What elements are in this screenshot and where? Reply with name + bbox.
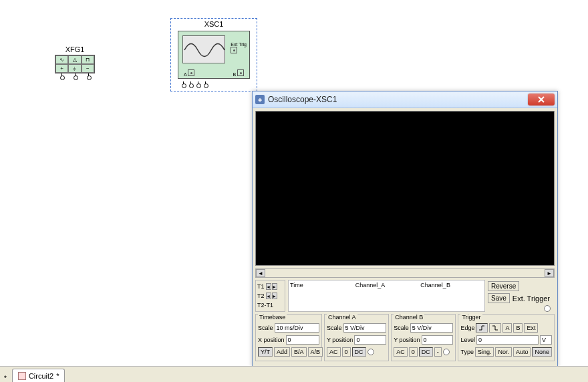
trig-type-label: Type (460, 349, 474, 355)
port-b-label: B (233, 72, 236, 77)
xfg-triangle-icon: △ (68, 55, 81, 64)
oscilloscope-window[interactable]: ◈ Oscilloscope-XSC1 ◄ ► T1 ◄ ► T2 ◄ ► (252, 91, 558, 367)
t1-right-button[interactable]: ► (272, 283, 277, 290)
port-b[interactable] (237, 69, 244, 76)
tb-add-button[interactable]: Add (274, 347, 290, 357)
cha-0-button[interactable]: 0 (342, 347, 351, 357)
trig-ext-button[interactable]: Ext (524, 323, 538, 333)
tb-scale-label: Scale (258, 325, 273, 331)
tb-ab-button[interactable]: A/B (308, 347, 323, 357)
component-xfg1[interactable]: XFG1 ∿ △ ⊓ + ⏚ − (55, 45, 95, 77)
chb-scale-field[interactable]: 5 V/Div (410, 323, 454, 333)
titlebar[interactable]: ◈ Oscilloscope-XSC1 (253, 91, 557, 108)
xsc-pin-a2[interactable] (190, 81, 191, 85)
xfg-sine-icon: ∿ (55, 55, 68, 64)
tb-ba-button[interactable]: B/A (291, 347, 307, 357)
trig-nor-button[interactable]: Nor. (495, 347, 512, 357)
chb-ac-button[interactable]: AC (394, 347, 408, 357)
timebase-title: Timebase (258, 314, 287, 321)
xfg1-body[interactable]: ∿ △ ⊓ + ⏚ − (55, 55, 95, 73)
trig-level-field[interactable]: 0 (476, 335, 539, 345)
xsc-pin-b2[interactable] (205, 81, 206, 85)
horizontal-scrollbar[interactable]: ◄ ► (255, 268, 555, 278)
trig-none-button[interactable]: None (532, 347, 552, 357)
col-channel-a: Channel_A (354, 280, 420, 311)
ext-trig-port[interactable] (231, 47, 237, 53)
circuit-tab-icon (18, 372, 26, 380)
tab-dirty-mark: * (56, 372, 59, 380)
cha-scale-field[interactable]: 5 V/Div (343, 323, 387, 333)
component-xsc1-selection[interactable]: XSC1 Ext Trig A B (170, 18, 257, 91)
tab-circuit2[interactable]: Circuit2 * (12, 369, 65, 382)
trig-level-unit[interactable]: V (540, 335, 552, 345)
tb-yt-button[interactable]: Y/T (258, 347, 273, 357)
t2-label: T2 (257, 293, 265, 299)
xfg-pin-3[interactable] (88, 73, 89, 77)
save-button[interactable]: Save (488, 293, 510, 303)
xfg1-label: XFG1 (55, 45, 95, 53)
t2-right-button[interactable]: ► (272, 293, 277, 299)
xsc1-label: XSC1 (171, 20, 257, 28)
t1-label: T1 (257, 283, 265, 290)
trig-level-label: Level (460, 337, 475, 343)
edge-falling-button[interactable] (489, 323, 501, 333)
scroll-right-button[interactable]: ► (545, 269, 554, 277)
trig-a-button[interactable]: A (502, 323, 512, 333)
t2-left-button[interactable]: ◄ (266, 293, 271, 299)
cha-radio[interactable] (368, 349, 374, 355)
ext-trigger-label: Ext. Trigger (512, 295, 550, 303)
rising-edge-icon (478, 325, 485, 331)
footer-tab-bar: * Circuit2 * (0, 366, 588, 382)
trig-sing-button[interactable]: Sing. (475, 347, 494, 357)
port-a[interactable] (188, 69, 194, 76)
xfg-com-icon: ⏚ (68, 64, 81, 73)
cha-ypos-field[interactable]: 0 (354, 335, 386, 345)
ext-trig-label: Ext Trig (231, 42, 247, 47)
reverse-button[interactable]: Reverse (488, 281, 519, 291)
timebase-group: Timebase Scale 10 ms/Div X position 0 Y/… (255, 314, 322, 361)
tb-scale-field[interactable]: 10 ms/Div (275, 323, 319, 333)
channel-b-group: Channel B Scale 5 V/Div Y position 0 AC … (391, 314, 456, 361)
trig-title: Trigger (460, 314, 482, 321)
cha-dc-button[interactable]: DC (352, 347, 366, 357)
chb-radio[interactable] (443, 349, 450, 355)
xsc-pin-b1[interactable] (198, 81, 198, 85)
chb-0-button[interactable]: 0 (409, 347, 418, 357)
xfg-pin-2[interactable] (75, 73, 76, 77)
t1-left-button[interactable]: ◄ (266, 283, 271, 290)
cha-ypos-label: Y position (327, 337, 353, 343)
col-channel-b: Channel_B (419, 280, 484, 311)
col-time: Time (289, 280, 354, 311)
trig-auto-button[interactable]: Auto (513, 347, 531, 357)
readout-row: T1 ◄ ► T2 ◄ ► T2-T1 Time Channel_A Chann… (255, 280, 555, 312)
tb-xpos-field[interactable]: 0 (286, 335, 319, 345)
xsc-pin-a1[interactable] (183, 81, 184, 85)
xfg-square-icon: ⊓ (82, 55, 94, 64)
chb-dc-button[interactable]: DC (419, 347, 433, 357)
chb-ypos-field[interactable]: 0 (422, 335, 454, 345)
cha-ac-button[interactable]: AC (327, 347, 341, 357)
close-button[interactable] (528, 93, 555, 106)
port-a-label: A (184, 72, 186, 77)
ext-trigger-radio[interactable] (544, 305, 551, 312)
trig-b-button[interactable]: B (513, 323, 523, 333)
edge-rising-button[interactable] (476, 323, 488, 333)
scope-display[interactable] (255, 111, 555, 266)
cursor-box: T1 ◄ ► T2 ◄ ► T2-T1 (255, 280, 285, 312)
xfg-pin-1[interactable] (61, 73, 62, 77)
falling-edge-icon (492, 325, 498, 331)
cha-scale-label: Scale (327, 325, 342, 331)
scroll-left-button[interactable]: ◄ (256, 269, 265, 277)
controls-row: Timebase Scale 10 ms/Div X position 0 Y/… (255, 314, 555, 361)
xfg-pos-icon: + (55, 64, 68, 73)
value-box: Time Channel_A Channel_B (288, 280, 485, 312)
window-title: Oscilloscope-XSC1 (268, 95, 528, 104)
trig-edge-label: Edge (460, 325, 474, 331)
chb-ypos-label: Y position (394, 337, 420, 343)
trigger-group: Trigger Edge A B Ext Level 0 V Type (458, 314, 555, 361)
chb-minus-button[interactable]: - (434, 347, 442, 357)
xsc1-body[interactable]: Ext Trig A B (178, 31, 250, 79)
chb-title: Channel B (394, 314, 424, 321)
cha-title: Channel A (327, 314, 357, 321)
t2t1-label: T2-T1 (257, 302, 273, 309)
